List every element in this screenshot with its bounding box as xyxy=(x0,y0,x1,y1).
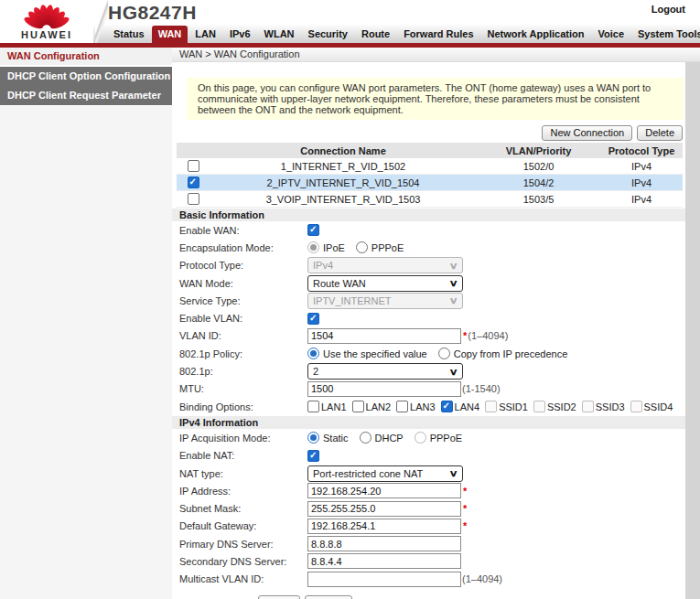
apply-button[interactable]: Apply xyxy=(258,595,300,599)
chevron-down-icon: ∨ xyxy=(448,468,458,478)
row-nat-type: NAT type: Port-restricted cone NAT ∨ xyxy=(172,465,685,482)
secondary-dns-input[interactable] xyxy=(307,553,461,569)
row-default-gateway: Default Gateway: * xyxy=(172,518,685,535)
page-title: HG8247H xyxy=(108,2,197,24)
mtu-hint: (1-1540) xyxy=(462,383,501,394)
row-ip-acquisition-mode: IP Acquisition Mode: Static DHCP PPPoE xyxy=(172,429,685,446)
row-encapsulation-mode: Encapsulation Mode: IPoE PPPoE xyxy=(172,239,685,256)
enable-vlan-label: Enable VLAN: xyxy=(179,313,307,324)
copy-ip-precedence-radio[interactable] xyxy=(438,348,450,359)
pppoe-acquisition-label: PPPoE xyxy=(430,433,462,444)
ssid2-label: SSID2 xyxy=(547,401,576,412)
row-primary-dns: Primary DNS Server: xyxy=(172,535,685,552)
tab-security[interactable]: Security xyxy=(302,26,354,43)
table-toolbar: New Connection Delete xyxy=(172,125,683,141)
header: HUAWEI HG8247H Logout Status WAN LAN IPv… xyxy=(0,0,700,43)
sidebar-group: DHCP Client Option Configuration DHCP Cl… xyxy=(0,67,172,106)
row1-checkbox[interactable] xyxy=(188,160,199,172)
default-gateway-input[interactable] xyxy=(307,519,461,534)
tab-voice[interactable]: Voice xyxy=(591,26,630,43)
row3-checkbox[interactable] xyxy=(188,193,199,205)
lan2-checkbox[interactable] xyxy=(352,401,364,412)
tab-forward-rules[interactable]: Forward Rules xyxy=(397,26,479,43)
main-panel: On this page, you can configure WAN port… xyxy=(172,62,685,599)
enable-nat-checkbox[interactable] xyxy=(307,450,319,462)
dhcp-radio[interactable] xyxy=(360,432,372,444)
copy-ip-precedence-label: Copy from IP precedence xyxy=(454,348,568,359)
ipoe-radio[interactable] xyxy=(307,241,319,253)
connections-table: Connection Name VLAN/Priority Protocol T… xyxy=(177,143,683,208)
pppoe-acquisition-radio xyxy=(415,432,426,444)
pppoe-label: PPPoE xyxy=(372,242,404,253)
required-asterisk: * xyxy=(463,330,467,341)
service-type-value: IPTV_INTERNET xyxy=(313,295,392,306)
required-asterisk: * xyxy=(463,486,467,497)
mtu-input[interactable] xyxy=(307,381,461,397)
enable-nat-label: Enable NAT: xyxy=(179,450,307,461)
vlan-id-input[interactable] xyxy=(307,328,461,344)
tab-ipv6[interactable]: IPv6 xyxy=(223,26,257,43)
nat-type-select[interactable]: Port-restricted cone NAT ∨ xyxy=(307,465,463,482)
row-protocol-type: Protocol Type: IPv4 ∨ xyxy=(172,257,685,274)
binding-options-label: Binding Options: xyxy=(179,401,307,412)
row3-connection-name: 3_VOIP_INTERNET_R_VID_1503 xyxy=(210,191,477,208)
tab-network-application[interactable]: Network Application xyxy=(481,26,591,43)
nat-type-label: NAT type: xyxy=(179,468,307,479)
row-service-type: Service Type: IPTV_INTERNET ∨ xyxy=(172,292,685,309)
new-connection-button[interactable]: New Connection xyxy=(542,125,632,141)
protocol-type-select: IPv4 ∨ xyxy=(307,257,463,273)
pppoe-radio[interactable] xyxy=(356,241,368,253)
lan1-label: LAN1 xyxy=(321,401,347,412)
enable-vlan-checkbox[interactable] xyxy=(307,313,319,325)
delete-button[interactable]: Delete xyxy=(637,125,683,141)
row-binding-options: Binding Options: LAN1 LAN2 LAN3 LAN4 SSI… xyxy=(172,398,685,415)
policy-8021p-label: 802.1p Policy: xyxy=(179,348,307,359)
row2-checkbox[interactable] xyxy=(188,176,199,188)
header-connection-name: Connection Name xyxy=(210,143,477,158)
use-specified-value-radio[interactable] xyxy=(307,348,319,359)
row-8021p: 802.1p: 2 ∨ xyxy=(172,362,685,380)
cancel-button[interactable]: Cancel xyxy=(305,595,352,599)
wan-mode-select[interactable]: Route WAN ∨ xyxy=(307,275,463,292)
service-type-label: Service Type: xyxy=(179,295,307,306)
tab-status[interactable]: Status xyxy=(107,26,151,43)
sidebar: WAN Configuration DHCP Client Option Con… xyxy=(0,48,172,599)
table-header-row: Connection Name VLAN/Priority Protocol T… xyxy=(177,143,683,158)
lan4-label: LAN4 xyxy=(455,401,480,412)
required-asterisk: * xyxy=(463,503,467,514)
header-checkbox-cell xyxy=(177,143,210,158)
lan1-checkbox[interactable] xyxy=(307,401,319,412)
ip-address-input[interactable] xyxy=(307,483,461,498)
info-notice: On this page, you can configure WAN port… xyxy=(187,78,684,120)
multicast-vlan-id-input[interactable] xyxy=(307,572,461,587)
row-multicast-vlan-id: Multicast VLAN ID: (1–4094) xyxy=(172,571,685,588)
static-radio[interactable] xyxy=(307,432,319,444)
row2-protocol-type: IPv4 xyxy=(600,175,683,191)
logout-link[interactable]: Logout xyxy=(652,4,685,15)
primary-dns-input[interactable] xyxy=(307,536,461,551)
subnet-mask-input[interactable] xyxy=(307,501,461,517)
lan3-checkbox[interactable] xyxy=(396,401,408,412)
priority-8021p-select[interactable]: 2 ∨ xyxy=(307,363,463,380)
tab-system-tools[interactable]: System Tools xyxy=(631,26,700,43)
tab-wlan[interactable]: WLAN xyxy=(258,26,301,43)
sidebar-item-dhcp-client-request[interactable]: DHCP Client Request Parameter xyxy=(0,86,172,105)
tab-lan[interactable]: LAN xyxy=(188,26,222,43)
sidebar-item-dhcp-client-option[interactable]: DHCP Client Option Configuration xyxy=(0,67,172,86)
sidebar-item-wan-configuration[interactable]: WAN Configuration xyxy=(0,48,172,67)
chevron-down-icon: ∨ xyxy=(448,295,458,305)
chevron-down-icon: ∨ xyxy=(448,278,458,288)
enable-wan-label: Enable WAN: xyxy=(179,225,307,236)
secondary-dns-label: Secondary DNS Server: xyxy=(179,556,307,567)
multicast-vlan-id-label: Multicast VLAN ID: xyxy=(179,573,307,584)
service-type-select: IPTV_INTERNET ∨ xyxy=(307,293,463,309)
tab-wan[interactable]: WAN xyxy=(152,26,188,43)
header-vlan-priority: VLAN/Priority xyxy=(477,143,600,158)
protocol-type-label: Protocol Type: xyxy=(179,260,307,271)
row-mtu: MTU: (1-1540) xyxy=(172,380,685,398)
tab-route[interactable]: Route xyxy=(355,26,396,43)
enable-wan-checkbox[interactable] xyxy=(307,224,319,236)
ipoe-label: IPoE xyxy=(323,242,345,253)
accent-red-bar xyxy=(0,43,700,48)
lan4-checkbox[interactable] xyxy=(441,401,453,412)
